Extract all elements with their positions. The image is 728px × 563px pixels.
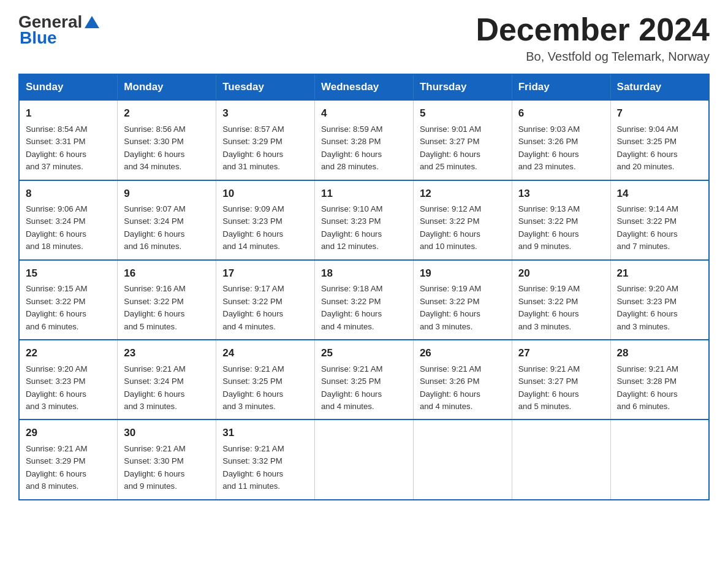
day-number: 17 xyxy=(222,266,308,282)
calendar-day-cell: 11Sunrise: 9:10 AMSunset: 3:23 PMDayligh… xyxy=(315,180,414,260)
day-number: 20 xyxy=(518,266,604,282)
calendar-day-cell: 8Sunrise: 9:06 AMSunset: 3:24 PMDaylight… xyxy=(19,180,118,260)
day-number: 22 xyxy=(26,345,111,361)
day-info: Sunrise: 9:21 AMSunset: 3:25 PMDaylight:… xyxy=(222,364,284,411)
day-info: Sunrise: 9:21 AMSunset: 3:29 PMDaylight:… xyxy=(26,444,87,491)
calendar-day-cell: 3Sunrise: 8:57 AMSunset: 3:29 PMDaylight… xyxy=(216,100,315,180)
calendar-day-cell: 30Sunrise: 9:21 AMSunset: 3:30 PMDayligh… xyxy=(118,419,216,499)
calendar-day-cell: 27Sunrise: 9:21 AMSunset: 3:27 PMDayligh… xyxy=(512,340,610,419)
calendar-day-cell: 4Sunrise: 8:59 AMSunset: 3:28 PMDaylight… xyxy=(315,100,414,180)
location-subtitle: Bo, Vestfold og Telemark, Norway xyxy=(476,50,710,64)
day-info: Sunrise: 9:14 AMSunset: 3:22 PMDaylight:… xyxy=(617,204,678,251)
day-info: Sunrise: 9:04 AMSunset: 3:25 PMDaylight:… xyxy=(617,124,678,171)
calendar-day-cell: 14Sunrise: 9:14 AMSunset: 3:22 PMDayligh… xyxy=(610,180,709,260)
calendar-day-cell: 16Sunrise: 9:16 AMSunset: 3:22 PMDayligh… xyxy=(118,260,216,340)
calendar-empty-cell xyxy=(610,419,709,499)
day-number: 5 xyxy=(420,105,506,121)
calendar-week-row: 29Sunrise: 9:21 AMSunset: 3:29 PMDayligh… xyxy=(19,419,709,499)
day-info: Sunrise: 9:21 AMSunset: 3:25 PMDaylight:… xyxy=(321,364,382,411)
day-info: Sunrise: 8:59 AMSunset: 3:28 PMDaylight:… xyxy=(321,124,382,171)
day-number: 13 xyxy=(518,186,604,202)
calendar-week-row: 15Sunrise: 9:15 AMSunset: 3:22 PMDayligh… xyxy=(19,260,709,340)
day-info: Sunrise: 9:21 AMSunset: 3:32 PMDaylight:… xyxy=(222,444,284,491)
day-info: Sunrise: 9:19 AMSunset: 3:22 PMDaylight:… xyxy=(518,284,580,331)
header-friday: Friday xyxy=(512,74,610,100)
day-info: Sunrise: 9:06 AMSunset: 3:24 PMDaylight:… xyxy=(26,204,87,251)
calendar-day-cell: 24Sunrise: 9:21 AMSunset: 3:25 PMDayligh… xyxy=(216,340,315,419)
day-info: Sunrise: 9:12 AMSunset: 3:22 PMDaylight:… xyxy=(420,204,481,251)
day-info: Sunrise: 9:20 AMSunset: 3:23 PMDaylight:… xyxy=(26,364,87,411)
day-info: Sunrise: 9:19 AMSunset: 3:22 PMDaylight:… xyxy=(420,284,481,331)
day-info: Sunrise: 9:09 AMSunset: 3:23 PMDaylight:… xyxy=(222,204,284,251)
day-number: 29 xyxy=(26,425,111,441)
day-info: Sunrise: 9:20 AMSunset: 3:23 PMDaylight:… xyxy=(617,284,678,331)
calendar-table: SundayMondayTuesdayWednesdayThursdayFrid… xyxy=(18,74,710,500)
svg-marker-0 xyxy=(85,16,99,28)
day-number: 16 xyxy=(124,266,210,282)
day-number: 7 xyxy=(617,105,702,121)
day-number: 28 xyxy=(617,345,702,361)
day-number: 14 xyxy=(617,186,702,202)
day-number: 31 xyxy=(222,425,308,441)
calendar-day-cell: 23Sunrise: 9:21 AMSunset: 3:24 PMDayligh… xyxy=(118,340,216,419)
calendar-day-cell: 12Sunrise: 9:12 AMSunset: 3:22 PMDayligh… xyxy=(413,180,512,260)
calendar-day-cell: 18Sunrise: 9:18 AMSunset: 3:22 PMDayligh… xyxy=(315,260,414,340)
calendar-day-cell: 21Sunrise: 9:20 AMSunset: 3:23 PMDayligh… xyxy=(610,260,709,340)
day-number: 12 xyxy=(420,186,506,202)
day-number: 19 xyxy=(420,266,506,282)
calendar-day-cell: 2Sunrise: 8:56 AMSunset: 3:30 PMDaylight… xyxy=(118,100,216,180)
calendar-week-row: 8Sunrise: 9:06 AMSunset: 3:24 PMDaylight… xyxy=(19,180,709,260)
day-number: 18 xyxy=(321,266,407,282)
day-info: Sunrise: 9:01 AMSunset: 3:27 PMDaylight:… xyxy=(420,124,481,171)
day-info: Sunrise: 9:18 AMSunset: 3:22 PMDaylight:… xyxy=(321,284,382,331)
calendar-day-cell: 1Sunrise: 8:54 AMSunset: 3:31 PMDaylight… xyxy=(19,100,118,180)
day-info: Sunrise: 9:16 AMSunset: 3:22 PMDaylight:… xyxy=(124,284,185,331)
day-number: 25 xyxy=(321,345,407,361)
logo-triangle-icon xyxy=(83,13,100,31)
calendar-day-cell: 25Sunrise: 9:21 AMSunset: 3:25 PMDayligh… xyxy=(315,340,414,419)
calendar-empty-cell xyxy=(315,419,414,499)
header-saturday: Saturday xyxy=(610,74,709,100)
day-number: 24 xyxy=(222,345,308,361)
day-number: 8 xyxy=(26,186,111,202)
day-info: Sunrise: 9:21 AMSunset: 3:24 PMDaylight:… xyxy=(124,364,185,411)
day-number: 26 xyxy=(420,345,506,361)
day-number: 27 xyxy=(518,345,604,361)
logo-blue-text: Blue xyxy=(20,28,57,48)
day-number: 23 xyxy=(124,345,210,361)
calendar-week-row: 1Sunrise: 8:54 AMSunset: 3:31 PMDaylight… xyxy=(19,100,709,180)
title-block: December 2024 Bo, Vestfold og Telemark, … xyxy=(476,12,710,64)
day-number: 2 xyxy=(124,105,210,121)
calendar-day-cell: 10Sunrise: 9:09 AMSunset: 3:23 PMDayligh… xyxy=(216,180,315,260)
calendar-day-cell: 9Sunrise: 9:07 AMSunset: 3:24 PMDaylight… xyxy=(118,180,216,260)
page-header: General Blue December 2024 Bo, Vestfold … xyxy=(18,12,710,64)
calendar-day-cell: 29Sunrise: 9:21 AMSunset: 3:29 PMDayligh… xyxy=(19,419,118,499)
header-thursday: Thursday xyxy=(413,74,512,100)
day-number: 1 xyxy=(26,105,111,121)
day-info: Sunrise: 9:13 AMSunset: 3:22 PMDaylight:… xyxy=(518,204,580,251)
day-info: Sunrise: 9:21 AMSunset: 3:27 PMDaylight:… xyxy=(518,364,580,411)
day-info: Sunrise: 8:54 AMSunset: 3:31 PMDaylight:… xyxy=(26,124,87,171)
calendar-day-cell: 13Sunrise: 9:13 AMSunset: 3:22 PMDayligh… xyxy=(512,180,610,260)
calendar-day-cell: 31Sunrise: 9:21 AMSunset: 3:32 PMDayligh… xyxy=(216,419,315,499)
calendar-day-cell: 15Sunrise: 9:15 AMSunset: 3:22 PMDayligh… xyxy=(19,260,118,340)
day-number: 11 xyxy=(321,186,407,202)
calendar-day-cell: 20Sunrise: 9:19 AMSunset: 3:22 PMDayligh… xyxy=(512,260,610,340)
day-number: 15 xyxy=(26,266,111,282)
day-info: Sunrise: 9:21 AMSunset: 3:26 PMDaylight:… xyxy=(420,364,481,411)
header-wednesday: Wednesday xyxy=(315,74,414,100)
day-number: 30 xyxy=(124,425,210,441)
day-info: Sunrise: 8:56 AMSunset: 3:30 PMDaylight:… xyxy=(124,124,185,171)
header-tuesday: Tuesday xyxy=(216,74,315,100)
day-info: Sunrise: 9:07 AMSunset: 3:24 PMDaylight:… xyxy=(124,204,185,251)
header-monday: Monday xyxy=(118,74,216,100)
calendar-day-cell: 5Sunrise: 9:01 AMSunset: 3:27 PMDaylight… xyxy=(413,100,512,180)
day-info: Sunrise: 8:57 AMSunset: 3:29 PMDaylight:… xyxy=(222,124,284,171)
logo: General Blue xyxy=(18,12,100,48)
day-info: Sunrise: 9:21 AMSunset: 3:28 PMDaylight:… xyxy=(617,364,678,411)
day-number: 3 xyxy=(222,105,308,121)
calendar-day-cell: 22Sunrise: 9:20 AMSunset: 3:23 PMDayligh… xyxy=(19,340,118,419)
day-info: Sunrise: 9:10 AMSunset: 3:23 PMDaylight:… xyxy=(321,204,382,251)
calendar-header-row: SundayMondayTuesdayWednesdayThursdayFrid… xyxy=(19,74,709,100)
day-info: Sunrise: 9:03 AMSunset: 3:26 PMDaylight:… xyxy=(518,124,580,171)
